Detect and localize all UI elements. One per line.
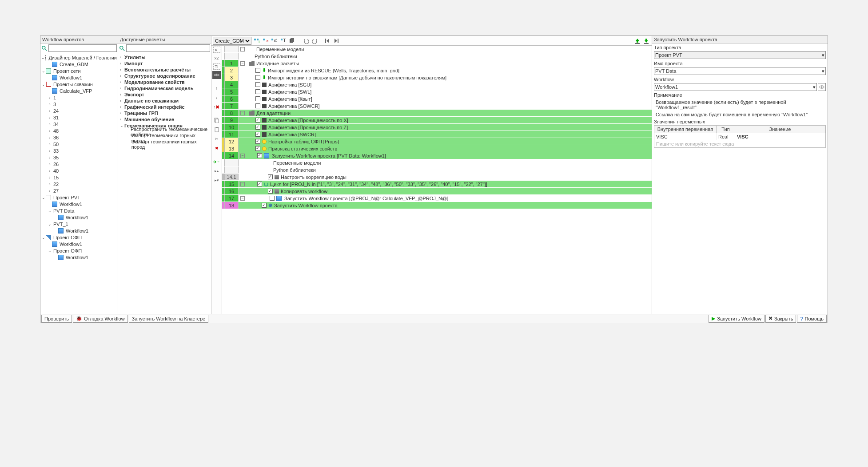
- side-cut-icon[interactable]: ✂: [212, 135, 221, 143]
- workflow-row[interactable]: 13Привязка статических свойств: [222, 145, 652, 152]
- step-checkbox[interactable]: [257, 182, 262, 186]
- collapse-icon[interactable]: [240, 111, 245, 115]
- tree-item[interactable]: Workflow1: [40, 227, 118, 234]
- step-checkbox[interactable]: [255, 125, 260, 130]
- calc-item[interactable]: ›Структурное моделирование: [119, 73, 210, 79]
- tree-item[interactable]: ›36: [40, 134, 118, 141]
- tree-item[interactable]: ›26: [40, 161, 118, 167]
- calc-item[interactable]: Экспорт геомеханики горных пород: [119, 141, 210, 147]
- tree-item[interactable]: ›24: [40, 107, 118, 114]
- calc-item[interactable]: ›Графический интерфейс: [119, 104, 210, 110]
- side-x2-icon[interactable]: x2: [212, 54, 221, 62]
- tree-item[interactable]: ›50: [40, 141, 118, 147]
- workflow-row[interactable]: 18⊕Запустить Workflow проекта: [222, 202, 652, 209]
- projects-search-input[interactable]: [48, 44, 117, 52]
- calc-search-input[interactable]: [126, 44, 210, 52]
- calc-item[interactable]: ›Трещины ГРП: [119, 110, 210, 116]
- workflow-row[interactable]: 5Арифметика [SWL]: [222, 88, 652, 95]
- side-sort-down-icon[interactable]: ▸▾: [212, 176, 221, 184]
- step-checkbox[interactable]: [255, 139, 260, 144]
- tree-item[interactable]: ⌄Проект PVT: [40, 194, 118, 201]
- workflow-select[interactable]: Create_GDM: [213, 37, 251, 45]
- tree-item[interactable]: Workflow1: [40, 201, 118, 207]
- tree-item[interactable]: ›22: [40, 181, 118, 187]
- tree-item[interactable]: ⌄Проекты скважин: [40, 81, 118, 87]
- calc-item[interactable]: ›Моделирование свойств: [119, 79, 210, 85]
- step-checkbox[interactable]: [268, 174, 273, 179]
- tree-item[interactable]: ›27: [40, 187, 118, 194]
- help-button[interactable]: ?Помощь: [797, 315, 827, 323]
- tree-item[interactable]: ›40: [40, 167, 118, 174]
- step-checkbox[interactable]: [255, 103, 260, 108]
- tree-item[interactable]: ›3: [40, 101, 118, 107]
- tree-item[interactable]: ⌄Проект ОФП: [40, 234, 118, 241]
- side-apply-icon[interactable]: ⬗→: [212, 158, 221, 166]
- remove-icon[interactable]: ×: [261, 37, 269, 45]
- workflow-row[interactable]: 7Арифметика [SOWCR]: [222, 103, 652, 110]
- tree-item[interactable]: ⌄Дизайнер Моделей / Геологии: [40, 54, 118, 61]
- side-code-icon[interactable]: </>: [212, 71, 221, 79]
- calc-item[interactable]: ›Машинное обучение: [119, 116, 210, 123]
- step-checkbox[interactable]: [255, 75, 260, 80]
- tree-item[interactable]: Calculate_VFP: [40, 87, 118, 94]
- workflow-row[interactable]: 1Исходные расчеты: [222, 60, 652, 67]
- step-checkbox[interactable]: [255, 82, 260, 87]
- check-button[interactable]: Проверить: [41, 315, 72, 323]
- tree-item[interactable]: Create_GDM: [40, 61, 118, 67]
- workflow-row[interactable]: 11Арифметика [SWCR]: [222, 131, 652, 138]
- step-checkbox[interactable]: [270, 196, 275, 201]
- calc-tree[interactable]: ›Утилиты›Импорт›Вспомогательные расчёты›…: [118, 53, 211, 314]
- calc-item[interactable]: ›Гидродинамическая модель: [119, 85, 210, 91]
- run-button[interactable]: ▶Запустить Workflow: [709, 315, 764, 323]
- tree-item[interactable]: ⌄Проект ОФП: [40, 247, 118, 254]
- step-checkbox[interactable]: [268, 189, 273, 194]
- tree-item[interactable]: Workflow1: [40, 74, 118, 81]
- step-checkbox[interactable]: [255, 68, 260, 73]
- calc-item[interactable]: ›Экспорт: [119, 91, 210, 98]
- step-checkbox[interactable]: [255, 96, 260, 101]
- step-checkbox[interactable]: [255, 146, 260, 151]
- redo-icon[interactable]: [311, 37, 319, 45]
- tree-item[interactable]: ›35: [40, 154, 118, 161]
- project-type-select[interactable]: Проект PVT▾: [654, 51, 826, 59]
- side-insert-icon[interactable]: ▸: [213, 47, 220, 53]
- step-checkbox[interactable]: [255, 89, 260, 94]
- calc-item[interactable]: ›Утилиты: [119, 54, 210, 60]
- tree-item[interactable]: Workflow1: [40, 241, 118, 247]
- cluster-button[interactable]: Запустить Workflow на Кластере: [129, 315, 209, 323]
- collapse-icon[interactable]: [240, 61, 245, 66]
- workflow-row[interactable]: Python библиотеки: [222, 166, 652, 174]
- workflow-row[interactable]: 16Копировать workflow: [222, 188, 652, 195]
- side-sort-up-icon[interactable]: ▸▴: [212, 167, 221, 175]
- collapse-icon[interactable]: [240, 47, 245, 51]
- tree-item[interactable]: ⌄PVT Data: [40, 207, 118, 214]
- workflow-row[interactable]: 17Запустить Workflow проекта [@PROJ_N@: …: [222, 195, 652, 202]
- tree-item[interactable]: ⌄PVT_1: [40, 221, 118, 227]
- calc-item[interactable]: ›Импорт: [119, 60, 210, 67]
- projects-tree[interactable]: ⌄Дизайнер Моделей / ГеологииCreate_GDM⌄П…: [40, 53, 118, 314]
- calc-item[interactable]: ›Вспомогательные расчёты: [119, 67, 210, 73]
- side-down-icon[interactable]: ↓: [212, 94, 221, 102]
- calc-item[interactable]: ›Данные по скважинам: [119, 98, 210, 104]
- upload-icon[interactable]: [633, 37, 641, 45]
- workflow-row[interactable]: 12Настройка таблиц ОФП [Props]: [222, 138, 652, 145]
- workflow-row[interactable]: Python библиотеки: [222, 53, 652, 60]
- collapse-icon[interactable]: [240, 154, 245, 158]
- tree-item[interactable]: Workflow1: [40, 254, 118, 261]
- vars-row[interactable]: VISC Real VISC: [654, 133, 825, 140]
- workflow-row[interactable]: Переменные модели: [222, 159, 652, 166]
- workflow-row[interactable]: 15Цикл for [PROJ_N in ["1", "3", "24", "…: [222, 181, 652, 188]
- tree-item[interactable]: ⌄Проект сети: [40, 67, 118, 74]
- ti-icon[interactable]: TI: [279, 37, 287, 45]
- side-paste-icon[interactable]: [212, 126, 221, 134]
- workflow-row[interactable]: 6Арифметика [Квыт]: [222, 95, 652, 103]
- workflow-row[interactable]: 3⬇Импорт истории по скважинам [Данные до…: [222, 74, 652, 81]
- tree-item[interactable]: ›48: [40, 127, 118, 134]
- collapse-icon[interactable]: [240, 182, 245, 186]
- debug-button[interactable]: 🐞Отладка Workflow: [73, 315, 128, 323]
- tree-item[interactable]: ›1: [40, 94, 118, 101]
- workflow-rows[interactable]: Переменные моделиPython библиотеки1Исход…: [222, 46, 652, 314]
- workflow-row[interactable]: 9Арифметика [Проницаемость по X]: [222, 117, 652, 124]
- workflow-name-select[interactable]: Workflow1▾: [654, 83, 817, 91]
- first-icon[interactable]: [323, 37, 331, 45]
